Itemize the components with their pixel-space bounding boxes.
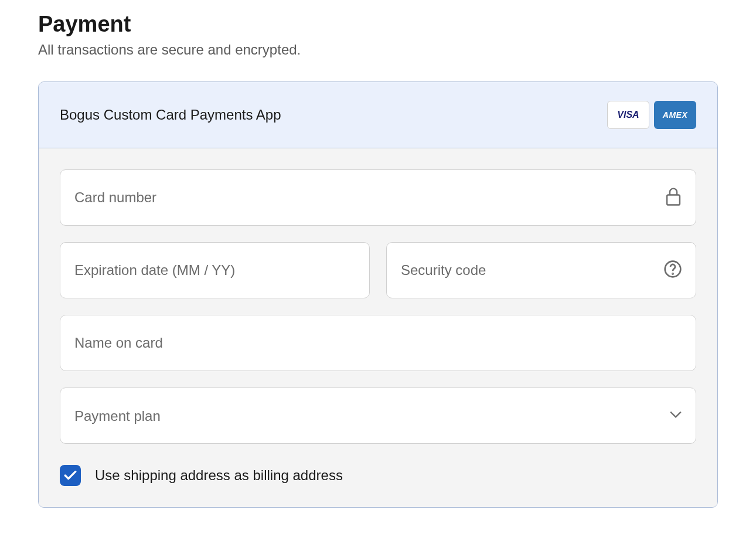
check-icon: [64, 470, 77, 481]
payment-form-body: Payment plan Use shipping address as bil…: [39, 148, 717, 507]
payment-title: Payment: [38, 12, 718, 37]
card-brand-amex-icon: AMEX: [654, 101, 696, 129]
card-number-input[interactable]: [60, 169, 696, 226]
card-brand-visa-icon: VISA: [607, 101, 649, 129]
payment-method-name: Bogus Custom Card Payments App: [60, 107, 281, 123]
svg-point-2: [672, 273, 673, 274]
expiration-date-input[interactable]: [60, 242, 370, 298]
payment-plan-select[interactable]: Payment plan: [60, 388, 696, 444]
security-code-input[interactable]: [386, 242, 696, 298]
payment-subtitle: All transactions are secure and encrypte…: [38, 42, 718, 58]
payment-method-header: Bogus Custom Card Payments App VISA AMEX: [39, 82, 717, 148]
billing-address-checkbox-label[interactable]: Use shipping address as billing address: [95, 467, 343, 484]
card-brands: VISA AMEX: [607, 101, 696, 129]
help-icon[interactable]: [663, 260, 682, 281]
payment-card: Bogus Custom Card Payments App VISA AMEX: [38, 81, 718, 508]
name-on-card-input[interactable]: [60, 315, 696, 371]
billing-address-checkbox[interactable]: [60, 465, 81, 486]
